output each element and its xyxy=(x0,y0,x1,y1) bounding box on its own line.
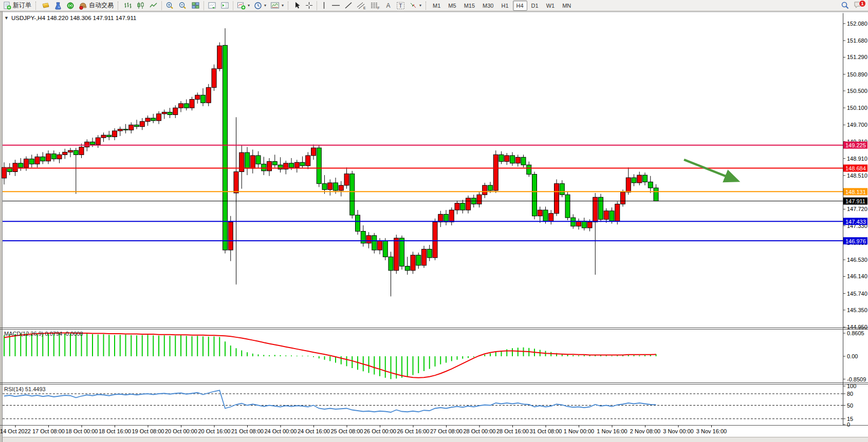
candle xyxy=(151,118,156,121)
vline-tool-button[interactable] xyxy=(319,0,329,11)
candle xyxy=(334,183,338,190)
price-tick-label: 150.500 xyxy=(847,88,867,94)
chart-shift-button[interactable] xyxy=(218,0,231,11)
candle xyxy=(24,159,29,168)
search-icon xyxy=(841,1,849,10)
autotrading-button[interactable]: 自动交易 xyxy=(77,0,116,11)
candle xyxy=(427,249,432,258)
metaeditor-button[interactable] xyxy=(39,0,52,11)
tab-timeframe-m15[interactable]: M15 xyxy=(460,1,478,11)
svg-text:148.684: 148.684 xyxy=(845,165,866,171)
candle xyxy=(339,185,343,190)
signals-button[interactable] xyxy=(64,0,77,11)
candle xyxy=(46,154,51,161)
chevron-down-icon: ▾ xyxy=(419,3,421,8)
candle xyxy=(643,175,648,182)
tab-timeframe-w1[interactable]: W1 xyxy=(543,1,559,11)
periods-button[interactable]: ▾ xyxy=(252,0,268,11)
line-chart-mode-button[interactable] xyxy=(147,0,160,11)
trendline-tool-button[interactable] xyxy=(342,0,355,11)
chevron-down-icon: ▾ xyxy=(282,3,284,8)
candle xyxy=(654,188,658,201)
bar-chart-mode-button[interactable] xyxy=(121,0,134,11)
candle xyxy=(168,112,172,114)
candle xyxy=(2,167,7,178)
chart-window[interactable]: 152.080151.680151.290150.890150.500150.1… xyxy=(0,11,868,442)
auto-scroll-button[interactable] xyxy=(206,0,218,11)
candle xyxy=(217,46,222,69)
new-order-label: 新订单 xyxy=(13,1,31,10)
candle-chart-mode-button[interactable] xyxy=(134,0,147,11)
cursor-tool-button[interactable] xyxy=(291,0,303,11)
tab-timeframe-m5[interactable]: M5 xyxy=(445,1,459,11)
templates-button[interactable]: ▾ xyxy=(268,0,286,11)
hline-tool-button[interactable] xyxy=(329,0,342,11)
svg-text:147.433: 147.433 xyxy=(845,219,866,225)
candle xyxy=(190,100,194,108)
zoom-out-button[interactable] xyxy=(176,0,189,11)
chart-canvas[interactable]: 152.080151.680151.290150.890150.500150.1… xyxy=(0,11,868,442)
label-tool-button[interactable]: T xyxy=(394,0,407,11)
svg-text:F: F xyxy=(378,6,380,10)
candle xyxy=(510,156,515,163)
candle xyxy=(405,266,410,271)
time-tick-label: 20 Oct 00:00 xyxy=(165,428,197,434)
candle xyxy=(19,163,23,167)
candle xyxy=(521,157,526,165)
search-button[interactable] xyxy=(839,0,852,11)
arrows-tool-button[interactable]: ▾ xyxy=(407,0,423,11)
channel-tool-button[interactable]: E xyxy=(355,0,368,11)
candle xyxy=(212,69,216,87)
rsi-tick-label: 50 xyxy=(847,402,853,409)
candle xyxy=(234,171,238,193)
notifications-button[interactable]: 1 xyxy=(854,1,865,11)
indicators-button[interactable]: ▾ xyxy=(235,0,252,11)
candle xyxy=(239,152,244,171)
candle xyxy=(29,159,34,164)
candle xyxy=(79,147,84,155)
price-tick-label: 149.700 xyxy=(847,122,867,128)
candle xyxy=(538,210,542,216)
tab-timeframe-mn[interactable]: MN xyxy=(559,1,575,11)
zoom-in-button[interactable] xyxy=(163,0,176,11)
tab-timeframe-m1[interactable]: M1 xyxy=(429,1,444,11)
toolbar-grip xyxy=(35,2,37,10)
autotrading-label: 自动交易 xyxy=(89,1,114,10)
tab-timeframe-h4[interactable]: H4 xyxy=(513,1,527,11)
rsi-label: RSI(14) 51.4493 xyxy=(4,386,46,392)
candle xyxy=(311,148,316,156)
candle xyxy=(306,156,310,166)
candle xyxy=(460,203,465,210)
tab-timeframe-m30[interactable]: M30 xyxy=(479,1,497,11)
tester-flask-icon xyxy=(54,2,62,10)
new-order-icon xyxy=(3,2,11,10)
zoom-in-icon xyxy=(165,2,174,10)
crosshair-tool-button[interactable] xyxy=(303,0,315,11)
new-order-button[interactable]: 新订单 xyxy=(1,0,33,11)
svg-text:147.911: 147.911 xyxy=(845,198,865,204)
rsi-tick-label: 100 xyxy=(847,383,856,389)
text-tool-button[interactable]: A xyxy=(382,0,394,11)
candle xyxy=(626,178,631,192)
fibonacci-tool-button[interactable]: F xyxy=(368,0,382,11)
candle xyxy=(505,156,509,162)
tile-windows-button[interactable] xyxy=(189,0,202,11)
candle xyxy=(466,198,471,210)
strategy-tester-button[interactable] xyxy=(52,0,64,11)
candle xyxy=(195,95,200,99)
candle xyxy=(41,157,45,161)
tab-timeframe-h1[interactable]: H1 xyxy=(497,1,512,11)
chart-header: ▼USDJPY-,H4 148.220 148.306 147.911 147.… xyxy=(4,15,136,21)
chart-shift-icon xyxy=(220,2,229,9)
text-t-icon: T xyxy=(399,3,402,9)
rsi-tick-label: 15 xyxy=(847,416,853,422)
candle xyxy=(499,155,504,161)
candle xyxy=(73,150,78,155)
price-tick-label: 147.720 xyxy=(847,206,867,212)
time-tick-label: 14 Oct 2022 xyxy=(0,428,31,434)
candle xyxy=(179,104,183,108)
collapse-arrow-icon[interactable]: ▼ xyxy=(4,15,9,21)
candle xyxy=(123,129,128,130)
time-tick-label: 18 Oct 00:00 xyxy=(66,428,98,434)
tab-timeframe-d1[interactable]: D1 xyxy=(528,1,542,11)
